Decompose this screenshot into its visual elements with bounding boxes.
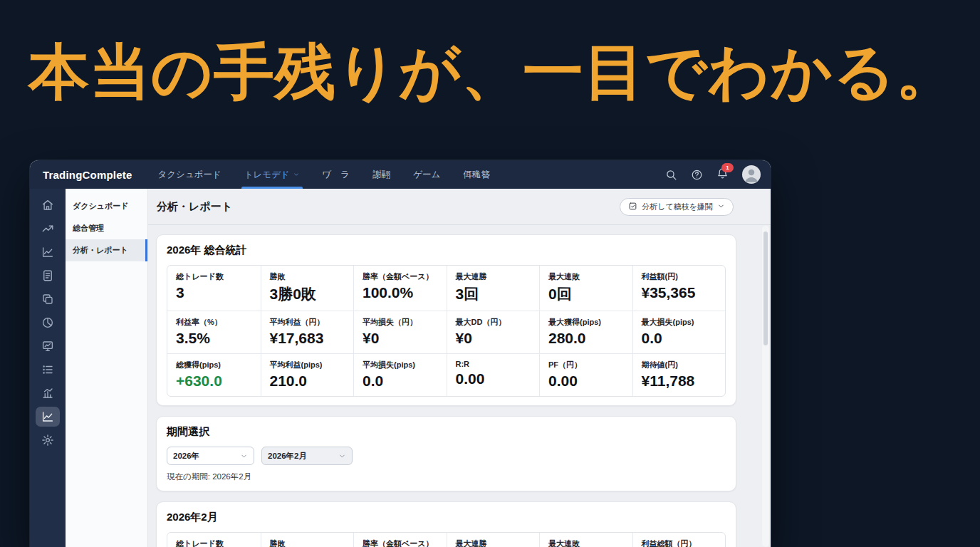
- rail-button-copy[interactable]: [36, 289, 60, 309]
- sidebar-item[interactable]: 総合管理: [66, 217, 147, 239]
- year-select-value: 2026年: [173, 451, 199, 462]
- bar-chart-icon: [41, 387, 54, 400]
- rail-button-monitor-chart[interactable]: [36, 336, 60, 356]
- nav-item[interactable]: トレモデド: [243, 160, 301, 189]
- app-window: TradingComplete タクシュポードトレモデドヷゕラ謝翮ゲーム佴穐簪 …: [30, 160, 771, 547]
- nav-item[interactable]: 佴穐簪: [462, 160, 491, 189]
- help-icon[interactable]: [691, 169, 703, 181]
- home-icon: [41, 199, 54, 212]
- nav-item-label: ゲーム: [413, 169, 440, 181]
- monthly-stats-card: 2026年2月 総トレード数3勝敗3勝0敗勝率（金額ベース）100.0%最大連勝…: [156, 501, 736, 547]
- rail-button-home[interactable]: [36, 195, 60, 215]
- stat-value: 0.00: [456, 370, 531, 387]
- list-icon: [41, 363, 54, 376]
- stat-row: 利益率（%）3.5%平均利益（円）¥17,683平均損失（円）¥0最大DD（円）…: [167, 311, 725, 353]
- bell-icon[interactable]: 1: [716, 167, 729, 182]
- notification-badge: 1: [721, 163, 734, 172]
- nav-item[interactable]: ヷゕラ: [321, 160, 351, 189]
- monitor-chart-icon: [41, 340, 54, 353]
- settings-icon: [41, 434, 54, 447]
- avatar[interactable]: [742, 165, 761, 184]
- rail-button-report[interactable]: [36, 266, 60, 286]
- stat-value: 3勝0敗: [270, 284, 345, 304]
- chevron-down-icon: [717, 202, 725, 212]
- year-select[interactable]: 2026年: [167, 447, 254, 465]
- stat-cell: 最大連敗0回: [539, 533, 632, 547]
- trending-up-icon: [41, 222, 54, 235]
- stat-value: 100.0%: [363, 284, 438, 301]
- stat-value: 0回: [548, 284, 624, 304]
- stat-cell: 勝率（金額ベース）100.0%: [353, 533, 447, 547]
- help-icon: [691, 169, 703, 181]
- chevron-down-icon: [240, 452, 248, 460]
- yearly-stats-title: 2026年 総合統計: [167, 244, 726, 257]
- stat-cell: 総獲得(pips)+630.0: [167, 354, 261, 396]
- sub-sidebar: ダクシュボード総合管理分析・レポート: [66, 189, 148, 547]
- stat-label: 勝率（金額ベース）: [363, 538, 438, 547]
- stat-label: PF（円）: [548, 360, 624, 370]
- stat-cell: 利益率（%）3.5%: [167, 311, 261, 353]
- current-period-label: 現在の期間: 2026年2月: [167, 472, 726, 482]
- rail-button-analytics-chart[interactable]: [36, 407, 60, 427]
- nav-item[interactable]: ゲーム: [412, 160, 442, 189]
- stat-value: ¥11,788: [642, 373, 717, 390]
- stat-label: 利益総額（円）: [642, 538, 717, 547]
- stat-row: 総獲得(pips)+630.0平均利益(pips)210.0平均損失(pips)…: [167, 353, 725, 396]
- appbar-nav: タクシュポードトレモデドヷゕラ謝翮ゲーム佴穐簪: [157, 160, 491, 189]
- stat-row: 総トレード数3勝敗3勝0敗勝率（金額ベース）100.0%最大連勝3回最大連敗0回…: [167, 533, 725, 547]
- stat-cell: 勝敗3勝0敗: [261, 266, 354, 311]
- stat-label: 最大損失(pips): [642, 317, 717, 328]
- nav-item[interactable]: 謝翮: [371, 160, 392, 189]
- clipboard-check-icon: [628, 202, 637, 211]
- stat-label: 期待値(円): [642, 360, 717, 370]
- sidebar-item[interactable]: ダクシュボード: [66, 195, 147, 217]
- stat-value: ¥0: [456, 330, 531, 347]
- stat-label: 勝敗: [270, 271, 345, 282]
- stat-cell: 総トレード数3: [167, 533, 261, 547]
- stat-cell: 総トレード数3: [167, 266, 261, 311]
- app-body: ダクシュボード総合管理分析・レポート 分析・レポート 分析して糖枝を嫌閲 202…: [30, 189, 771, 547]
- nav-item-label: 佴穐簪: [463, 169, 490, 181]
- rail-button-bar-chart[interactable]: [36, 383, 60, 403]
- nav-item[interactable]: タクシュポード: [157, 160, 223, 189]
- analyze-period-button[interactable]: 分析して糖枝を嫌閲: [620, 198, 734, 216]
- rail-button-pie-chart[interactable]: [36, 313, 60, 333]
- stat-label: 最大獲得(pips): [548, 317, 624, 328]
- stat-cell: 最大損失(pips)0.0: [632, 311, 726, 353]
- stat-cell: R:R0.00: [447, 354, 540, 396]
- clipboard-check-icon: [628, 202, 637, 212]
- stat-cell: 最大DD（円）¥0: [447, 311, 540, 353]
- stat-label: 総トレード数: [176, 538, 252, 547]
- brand-logo[interactable]: TradingComplete: [43, 169, 132, 181]
- stat-label: 最大連敗: [548, 538, 624, 547]
- analytics-chart-icon: [41, 410, 54, 423]
- stat-label: 平均利益(pips): [270, 360, 345, 370]
- stat-label: 最大連勝: [456, 271, 531, 282]
- scrollbar-track[interactable]: [762, 226, 769, 547]
- month-select[interactable]: 2026年2月: [261, 447, 353, 465]
- stat-value: 0.0: [363, 373, 438, 390]
- search-icon[interactable]: [665, 169, 677, 181]
- stat-cell: 利益総額（円）¥35,365: [632, 533, 726, 547]
- user-silhouette-icon: [742, 165, 761, 184]
- stat-cell: 平均損失（円）¥0: [353, 311, 447, 353]
- appbar-right-icons: 1: [665, 165, 761, 184]
- stat-cell: 平均利益（円）¥17,683: [261, 311, 354, 353]
- stat-cell: 最大連勝3回: [447, 533, 540, 547]
- stat-label: 総獲得(pips): [176, 360, 252, 370]
- month-select-value: 2026年2月: [268, 451, 307, 462]
- sidebar-item[interactable]: 分析・レポート: [66, 239, 147, 261]
- stat-cell: 平均利益(pips)210.0: [261, 354, 354, 396]
- scrollbar-thumb[interactable]: [763, 231, 768, 345]
- app-header-bar: TradingComplete タクシュポードトレモデドヷゕラ謝翮ゲーム佴穐簪 …: [30, 160, 771, 189]
- rail-button-chart-line[interactable]: [36, 242, 60, 262]
- rail-button-list[interactable]: [36, 360, 60, 380]
- period-select-title: 期間選択: [167, 425, 726, 439]
- rail-button-settings[interactable]: [36, 430, 60, 450]
- report-icon: [41, 269, 54, 282]
- page-title: 分析・レポート: [157, 200, 232, 214]
- rail-button-trending-up[interactable]: [36, 219, 60, 239]
- analyze-period-button-label: 分析して糖枝を嫌閲: [642, 202, 713, 212]
- headline: 本当の手残りが、一目でわかる。: [28, 33, 976, 112]
- stat-label: 平均損失（円）: [363, 317, 438, 328]
